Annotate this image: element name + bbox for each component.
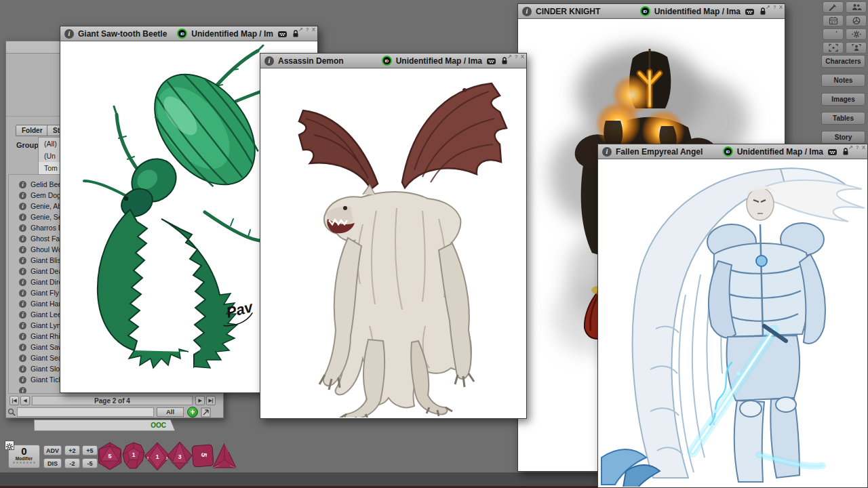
page-prev-button[interactable]: ◀: [20, 396, 30, 405]
svg-text:7: 7: [146, 456, 149, 460]
info-icon[interactable]: i: [19, 344, 26, 351]
sword-icon: [828, 3, 839, 12]
sidebar-item-characters[interactable]: Characters: [821, 55, 865, 68]
info-icon[interactable]: i: [19, 214, 26, 221]
close-icon[interactable]: X: [312, 26, 315, 33]
sidebar-target-button[interactable]: [823, 42, 844, 54]
group-label: Group: [16, 141, 39, 149]
info-icon[interactable]: i: [19, 376, 26, 384]
sidebar-item-story[interactable]: Story: [821, 131, 865, 144]
image-viewport-angel[interactable]: [599, 159, 867, 487]
info-icon[interactable]: i: [19, 235, 26, 243]
search-icon: [7, 408, 16, 417]
image-viewport-assassin[interactable]: [261, 68, 526, 418]
window-titlebar[interactable]: i Giant Saw-tooth Beetle ID Unidentified…: [60, 26, 317, 41]
sidebar-character-select-button[interactable]: [846, 42, 867, 54]
calendar-icon: [828, 16, 839, 25]
page-first-button[interactable]: |◀: [9, 396, 19, 405]
info-icon[interactable]: i: [19, 365, 26, 373]
chat-entry[interactable]: OOC: [34, 420, 175, 431]
window-titlebar[interactable]: i CINDER KNIGHT ID Unidentified Map / Im…: [518, 4, 785, 19]
help-icon[interactable]: ?: [306, 26, 309, 33]
info-icon[interactable]: i: [602, 147, 612, 157]
dis-button[interactable]: DIS: [43, 458, 62, 468]
players-icon[interactable]: [745, 7, 755, 16]
info-icon[interactable]: i: [19, 192, 26, 199]
minus2-button[interactable]: -2: [64, 458, 80, 468]
close-icon[interactable]: X: [521, 54, 524, 60]
window-titlebar[interactable]: i Assassin Demon ID Unidentified Map / I…: [260, 54, 526, 68]
info-icon[interactable]: i: [19, 387, 26, 394]
id-badge-icon[interactable]: ID: [177, 28, 187, 39]
tab-folder[interactable]: Folder: [16, 125, 49, 136]
shrink-icon[interactable]: ↗: [507, 54, 512, 60]
desktop: Folder Stor Group (All) (Un Tom iGelid B…: [0, 0, 868, 488]
page-last-button[interactable]: ▶|: [206, 396, 216, 405]
shrink-icon[interactable]: ↗: [766, 4, 770, 10]
dice-tray[interactable]: 5 1 1 7 3 3 5: [98, 440, 237, 472]
players-icon[interactable]: [827, 148, 837, 156]
info-icon[interactable]: i: [19, 268, 26, 275]
search-filter-button[interactable]: All: [157, 407, 184, 417]
chat-mode-badge[interactable]: OOC: [151, 422, 166, 429]
info-icon[interactable]: i: [264, 56, 274, 66]
window-titlebar[interactable]: i Fallen Empyreal Angel ID Unidentified …: [598, 144, 867, 159]
players-icon[interactable]: [277, 30, 288, 38]
info-icon[interactable]: i: [19, 300, 26, 308]
info-icon[interactable]: i: [19, 333, 26, 340]
window-fallen-empyreal-angel[interactable]: i Fallen Empyreal Angel ID Unidentified …: [597, 144, 868, 488]
window-assassin-demon[interactable]: i Assassin Demon ID Unidentified Map / I…: [260, 53, 527, 419]
info-icon[interactable]: i: [19, 322, 26, 329]
adv-button[interactable]: ADV: [43, 445, 62, 455]
sidebar-item-images[interactable]: Images: [821, 93, 865, 106]
plus2-button[interactable]: +2: [64, 445, 80, 455]
help-icon[interactable]: ?: [773, 4, 776, 10]
sidebar-tool-button[interactable]: [823, 1, 844, 13]
minus5-button[interactable]: -5: [82, 458, 98, 468]
add-button[interactable]: +: [187, 407, 198, 418]
plus5-button[interactable]: +5: [82, 445, 98, 455]
info-icon[interactable]: i: [19, 279, 26, 286]
info-icon[interactable]: i: [64, 29, 74, 39]
info-icon[interactable]: i: [19, 224, 26, 232]
info-icon[interactable]: i: [19, 203, 26, 210]
sidebar-party-button[interactable]: [846, 1, 867, 13]
d10-die[interactable]: 1 7 3: [144, 443, 170, 470]
id-badge-icon[interactable]: ID: [723, 146, 733, 157]
players-icon[interactable]: [486, 57, 496, 65]
info-icon[interactable]: i: [19, 289, 26, 297]
modifier-settings-icon[interactable]: [5, 441, 14, 450]
sidebar-item-tables[interactable]: Tables: [821, 112, 865, 125]
info-icon[interactable]: i: [19, 257, 26, 264]
sidebar-calendar-button[interactable]: [823, 15, 844, 26]
shrink-icon[interactable]: ↗: [298, 26, 303, 33]
sidebar-options-button[interactable]: [846, 28, 867, 40]
d20-die[interactable]: 5: [99, 443, 121, 470]
id-badge-icon[interactable]: ID: [640, 6, 650, 16]
page-next-button[interactable]: ▶: [195, 396, 205, 405]
window-title: Fallen Empyreal Angel: [616, 147, 703, 157]
info-icon[interactable]: i: [19, 181, 26, 188]
resize-corner-icon[interactable]: [201, 407, 211, 418]
window-title: Giant Saw-tooth Beetle: [78, 29, 167, 39]
d4-die[interactable]: [213, 443, 236, 468]
info-icon[interactable]: i: [19, 311, 26, 319]
info-icon[interactable]: i: [19, 354, 26, 362]
close-icon[interactable]: X: [779, 4, 783, 10]
info-icon[interactable]: i: [522, 7, 532, 16]
d8-die[interactable]: 3: [167, 442, 192, 470]
shrink-icon[interactable]: ↗: [848, 144, 853, 150]
search-input[interactable]: [17, 407, 154, 417]
help-icon[interactable]: ?: [856, 144, 859, 150]
svg-text:3: 3: [165, 456, 167, 460]
id-badge-icon[interactable]: ID: [382, 56, 392, 66]
close-icon[interactable]: X: [862, 144, 865, 150]
info-icon[interactable]: i: [19, 246, 26, 253]
sidebar-colors-button[interactable]: [846, 15, 867, 26]
sidebar-moon-button[interactable]: [823, 28, 844, 40]
gear-icon: [5, 443, 14, 451]
d12-die[interactable]: 1: [123, 443, 144, 468]
d6-die[interactable]: 5: [192, 445, 214, 467]
help-icon[interactable]: ?: [515, 54, 518, 60]
sidebar-item-notes[interactable]: Notes: [821, 74, 865, 87]
